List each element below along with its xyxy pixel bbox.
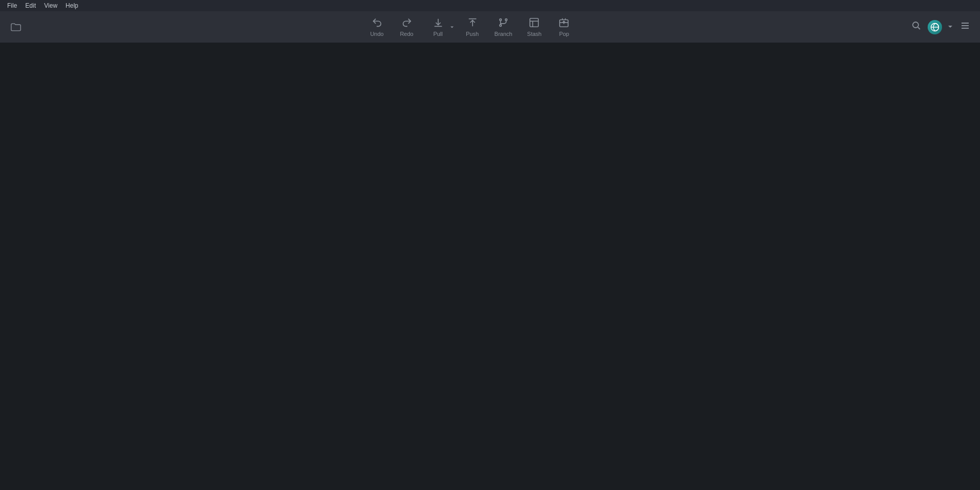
undo-label: Undo [370,31,383,37]
svg-point-5 [913,22,918,28]
pull-icon [433,17,444,30]
menu-view[interactable]: View [41,1,61,10]
pop-icon [558,17,570,30]
menu-edit[interactable]: Edit [22,1,39,10]
menubar: File Edit View Help [0,0,980,11]
svg-point-1 [505,19,507,21]
open-folder-button[interactable] [8,19,24,35]
stash-label: Stash [527,31,541,37]
push-icon [467,17,478,30]
undo-button[interactable]: Undo [364,15,390,39]
stash-icon [528,17,540,30]
undo-icon [371,17,383,30]
pop-button[interactable]: Pop [551,15,577,39]
menu-button[interactable] [958,19,972,35]
main-content [0,43,980,490]
pull-dropdown-button[interactable] [449,23,456,32]
push-label: Push [466,31,479,37]
toolbar-right [909,18,972,35]
pop-label: Pop [559,31,570,37]
avatar[interactable] [928,20,942,34]
svg-rect-3 [530,18,539,27]
branch-icon [498,17,509,30]
toolbar: Undo Redo Pull [0,11,980,43]
svg-point-0 [500,19,502,21]
pull-label: Pull [433,31,442,37]
svg-point-2 [500,25,502,27]
pull-button-group: Pull [424,15,456,39]
search-button[interactable] [909,18,924,35]
pull-button[interactable]: Pull [424,15,449,39]
branch-label: Branch [495,31,513,37]
push-button[interactable]: Push [460,15,485,39]
redo-label: Redo [400,31,413,37]
account-dropdown-button[interactable] [946,23,954,32]
menu-file[interactable]: File [4,1,20,10]
menu-help[interactable]: Help [63,1,82,10]
redo-button[interactable]: Redo [394,15,420,39]
stash-button[interactable]: Stash [521,15,547,39]
redo-icon [401,17,413,30]
toolbar-center: Undo Redo Pull [32,15,909,39]
toolbar-left [8,19,24,35]
branch-button[interactable]: Branch [489,15,518,39]
